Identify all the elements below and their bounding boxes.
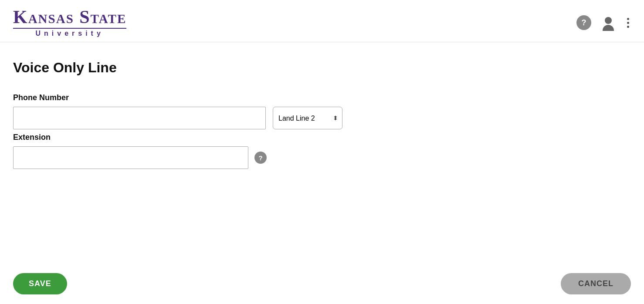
extension-input[interactable] <box>13 146 248 169</box>
form-section: Phone Number Land Line 1 Land Line 2 Mob… <box>13 93 405 169</box>
page-title: Voice Only Line <box>13 60 631 76</box>
extension-help-icon[interactable]: ? <box>254 152 267 164</box>
save-button[interactable]: SAVE <box>13 273 67 294</box>
extension-label: Extension <box>13 133 405 142</box>
phone-row: Land Line 1 Land Line 2 Mobile Work Home… <box>13 107 405 129</box>
phone-number-label: Phone Number <box>13 93 405 102</box>
phone-number-input[interactable] <box>13 107 266 129</box>
extension-row: ? <box>13 146 405 169</box>
phone-type-select-wrapper: Land Line 1 Land Line 2 Mobile Work Home… <box>273 107 342 129</box>
cancel-button[interactable]: CANCEL <box>561 273 631 294</box>
logo: Kansas State University <box>13 8 126 37</box>
main-content: Voice Only Line Phone Number Land Line 1… <box>0 42 644 182</box>
user-icon[interactable] <box>600 14 617 31</box>
logo-line2: University <box>35 30 104 37</box>
help-icon[interactable]: ? <box>576 15 591 30</box>
logo-line1: Kansas State <box>13 8 126 26</box>
footer-buttons: SAVE CANCEL <box>0 263 644 304</box>
menu-icon[interactable] <box>625 16 631 30</box>
phone-type-select[interactable]: Land Line 1 Land Line 2 Mobile Work Home <box>273 107 342 129</box>
header: Kansas State University ? <box>0 0 644 42</box>
header-icons: ? <box>576 14 631 31</box>
